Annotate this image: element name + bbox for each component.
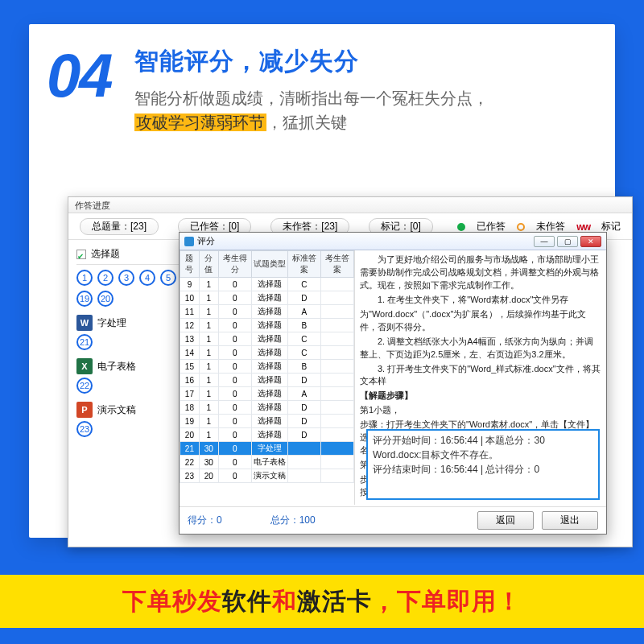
col-header: 标准答案	[287, 251, 320, 278]
question-bubble[interactable]: 2	[97, 270, 114, 286]
table-row[interactable]: 22300电子表格	[180, 456, 354, 469]
stat-total: 总题量：[23]	[80, 218, 159, 235]
header-subtitle: 智能分析做题成绩，清晰指出每一个冤枉失分点， 攻破学习薄弱环节，猛抓关键	[134, 86, 489, 134]
score-total: 总分：100	[270, 514, 316, 527]
banner-b: 软件	[222, 585, 272, 618]
table-row[interactable]: 910选择题C	[180, 278, 354, 291]
table-row[interactable]: 1610选择题D	[180, 374, 354, 387]
question-bubble[interactable]: 4	[139, 270, 155, 286]
question-bubble[interactable]: 3	[118, 270, 134, 286]
promo-banner: 下单秒发 软件 和 激活卡 ，下单即用！	[0, 575, 644, 628]
score-got: 得分：0	[188, 514, 222, 527]
subtitle-highlight: 攻破学习薄弱环节	[134, 114, 266, 131]
word-icon: W	[76, 315, 93, 331]
exit-button[interactable]: 退出	[542, 511, 598, 530]
log-box: 评分开始时间：16:56:44 | 本题总分：30Word.docx:目标文件不…	[366, 429, 600, 500]
banner-a: 下单秒发	[122, 585, 222, 618]
score-footer: 得分：0 总分：100 返回 退出	[180, 506, 606, 534]
log-line: 评分开始时间：16:56:44 | 本题总分：30	[373, 433, 593, 448]
explain-line: 3. 打开考生文件夹下的"Word_样式标准.docx"文件，将其文本样	[360, 363, 601, 389]
minimize-button[interactable]: —	[534, 236, 555, 247]
excel-icon: X	[76, 358, 93, 374]
ppt-icon: P	[76, 402, 93, 418]
table-row[interactable]: 21300字处理	[180, 442, 354, 456]
table-row[interactable]: 1810选择题D	[180, 401, 354, 415]
explain-line: 为了更好地介绍公司的服务与市场战略，市场部助理小王需要协助制作完成公司战略规划文…	[360, 254, 601, 292]
section-ppt-label: 演示文稿	[97, 403, 136, 417]
question-bubble[interactable]: 5	[160, 270, 176, 286]
col-header: 分值	[199, 251, 218, 278]
window-buttons: — ▢ ✕	[534, 236, 601, 247]
banner-e: ，下单即用！	[372, 585, 522, 618]
score-title: 评分	[197, 235, 215, 247]
section-choice-label: 选择题	[91, 247, 120, 261]
table-row[interactable]: 1310选择题C	[180, 332, 354, 346]
log-line: 评分结束时间：16:56:44 | 总计得分：0	[373, 462, 593, 477]
table-row[interactable]: 1110选择题A	[180, 305, 354, 319]
section-word-label: 字处理	[97, 316, 126, 330]
score-table[interactable]: 题号分值考生得分试题类型标准答案考生答案 910选择题C1010选择题D1110…	[180, 250, 354, 483]
maximize-button[interactable]: ▢	[557, 236, 578, 247]
back-button[interactable]: 返回	[477, 511, 534, 530]
table-row[interactable]: 1710选择题A	[180, 387, 354, 401]
section-excel-label: 电子表格	[97, 360, 136, 374]
table-row[interactable]: 2010选择题D	[180, 428, 354, 442]
score-window: 评分 — ▢ ✕ 题号分值考生得分试题类型标准答案考生答案 910选择题C101…	[179, 232, 607, 535]
score-titlebar[interactable]: 评分 — ▢ ✕	[180, 233, 606, 250]
col-header: 试题类型	[251, 251, 287, 278]
col-header: 考生答案	[320, 251, 353, 278]
question-bubble[interactable]: 22	[76, 378, 93, 394]
table-row[interactable]: 1210选择题B	[180, 319, 354, 332]
explain-line: 2. 调整文档纸张大小为A4幅面，纸张方向为纵向；并调整上、下页边距为2.5厘米…	[360, 336, 601, 361]
header: 04 智能评分，减少失分 智能分析做题成绩，清晰指出每一个冤枉失分点， 攻破学习…	[29, 24, 615, 142]
score-app-icon	[184, 237, 194, 246]
explain-line: 【解题步骤】	[360, 390, 601, 402]
legend-mark-icon: ww	[576, 221, 590, 233]
question-bubble[interactable]: 19	[76, 291, 93, 307]
explain-line: 为"Word.docx"（".docx"为扩展名），后续操作均基于此文件，否则不…	[360, 308, 601, 334]
table-header: 题号分值考生得分试题类型标准答案考生答案	[180, 251, 354, 278]
explain-line: 第1小题，	[360, 404, 601, 417]
col-header: 考生得分	[218, 251, 251, 278]
question-bubble[interactable]: 20	[97, 291, 114, 307]
table-row[interactable]: 1410选择题C	[180, 346, 354, 360]
legend-done-icon	[457, 223, 465, 231]
banner-d: 激活卡	[297, 585, 372, 618]
section-number: 04	[42, 45, 112, 134]
header-text: 智能评分，减少失分 智能分析做题成绩，清晰指出每一个冤枉失分点， 攻破学习薄弱环…	[134, 45, 489, 134]
table-row[interactable]: 23200演示文稿	[180, 469, 354, 483]
question-bubble[interactable]: 1	[76, 270, 93, 286]
col-header: 题号	[180, 251, 200, 278]
footer-buttons: 返回 退出	[477, 511, 598, 530]
close-button[interactable]: ✕	[580, 236, 601, 247]
subtitle-part-a: 智能分析做题成绩，清晰指出每一个冤枉失分点，	[134, 89, 489, 107]
table-row[interactable]: 1910选择题D	[180, 415, 354, 428]
banner-c: 和	[272, 585, 297, 618]
table-row[interactable]: 1010选择题D	[180, 291, 354, 305]
header-title: 智能评分，减少失分	[134, 45, 489, 78]
log-line: Word.docx:目标文件不存在。	[373, 448, 593, 462]
check-icon	[76, 250, 86, 259]
question-bubble[interactable]: 23	[76, 421, 93, 437]
question-bubble[interactable]: 21	[76, 334, 93, 350]
progress-titlebar: 作答进度	[68, 197, 632, 213]
score-table-wrap: 题号分值考生得分试题类型标准答案考生答案 910选择题C1010选择题D1110…	[180, 250, 355, 505]
legend-undone-icon	[517, 223, 525, 231]
subtitle-part-b: ，猛抓关键	[266, 114, 347, 131]
table-row[interactable]: 1510选择题B	[180, 360, 354, 374]
explain-line: 1. 在考生文件夹下，将"Word素材.docx"文件另存	[360, 294, 601, 307]
